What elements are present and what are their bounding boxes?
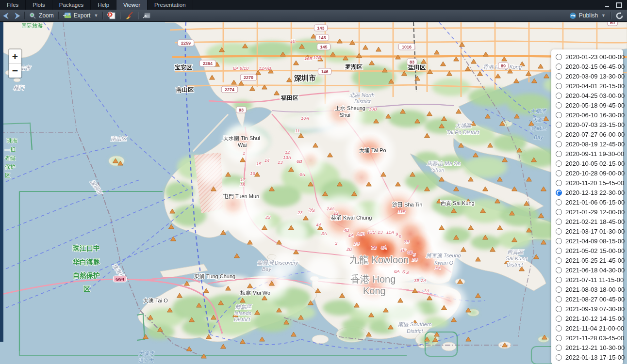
timeline-option[interactable]: 2021-06-18 04-30-00 [556,265,623,275]
radio-icon[interactable] [556,73,562,79]
radio-icon[interactable] [556,248,562,254]
timeline-option[interactable]: 2020-09-11 19-30-00 [556,149,623,158]
refresh-button[interactable] [612,10,627,21]
radio-icon[interactable] [556,296,562,302]
tab-files[interactable]: Files [0,0,26,10]
timeline-option[interactable]: 2021-12-21 10-30-00 [556,343,623,352]
radio-icon[interactable] [556,286,562,293]
forward-button[interactable]: ⮞ [12,10,23,21]
radio-icon[interactable] [556,170,562,176]
radio-icon[interactable] [556,316,562,322]
timeline-option[interactable]: 2021-02-21 18-45-00 [556,217,623,226]
maximize-icon[interactable] [616,2,622,8]
magnifier-icon [29,12,36,19]
radio-icon[interactable] [556,112,562,118]
route-number-label: 4B [344,227,349,233]
zoom-button[interactable]: Zoom [26,10,57,21]
timeline-option[interactable]: 2021-05-25 21-45-00 [556,255,623,265]
radio-icon[interactable] [556,122,562,128]
toolbar-separator [610,12,611,19]
timeline-option[interactable]: 2021-01-29 12-00-00 [556,207,623,217]
radio-icon[interactable] [556,257,562,264]
timeline-option[interactable]: 2020-10-05 02-15-00 [556,158,623,168]
timeline-option[interactable]: 2021-04-09 08-15-00 [556,236,623,246]
radio-icon[interactable] [556,54,562,60]
radio-icon[interactable] [556,141,562,147]
radio-icon[interactable] [556,209,562,215]
timeline-option[interactable]: 2021-10-12 14-15-00 [556,314,623,323]
map-label: 罗湖区 [345,63,363,70]
pane-tabbar: FilesPlotsPackagesHelpViewerPresentation [0,0,627,10]
map-zoom-out-button[interactable]: − [9,63,21,78]
radio-selected-icon[interactable] [556,190,562,196]
radio-icon[interactable] [556,238,562,244]
leaflet-map[interactable]: 国际旅游中山市横门宝安区南山区南山区深圳市福田区罗湖区盐田区香港 Hong Ko… [0,22,627,364]
timeline-option[interactable]: 2020-05-18 09-45-00 [556,100,623,110]
timeline-option[interactable]: 2020-01-23 00-00-00 [556,52,623,62]
open-in-new-window-button[interactable] [139,10,154,21]
timeline-option[interactable]: 2020-02-15 06-45-00 [556,62,623,71]
radio-icon[interactable] [556,131,562,138]
timeline-option[interactable]: 2021-05-02 15-00-00 [556,246,623,255]
radio-icon[interactable] [556,93,562,99]
radio-icon[interactable] [556,151,562,157]
timeline-option[interactable]: 2022-01-13 17-15-00 [556,352,623,362]
radio-icon[interactable] [556,219,562,225]
timeline-option[interactable]: 2020-04-01 20-15-00 [556,81,623,91]
timeline-option-label: 2021-01-06 05-15-00 [565,199,625,206]
timeline-option[interactable]: 2021-11-04 21-00-00 [556,323,623,333]
timeline-radio-panel: 2020-01-23 00-00-002020-02-15 06-45-0020… [551,49,623,364]
timeline-option[interactable]: 2020-07-03 23-15-00 [556,120,623,129]
map-zoom-in-button[interactable]: + [9,49,21,63]
radio-icon[interactable] [556,335,562,341]
publish-button[interactable]: Publish ▼ [565,12,610,19]
timeline-option[interactable]: 2020-11-20 15-45-00 [556,178,623,188]
radio-icon[interactable] [556,83,562,89]
radio-icon[interactable] [556,180,562,186]
timeline-option[interactable]: 2020-10-28 09-00-00 [556,168,623,178]
tab-help[interactable]: Help [91,0,116,10]
timeline-option[interactable]: 2021-11-28 03-45-00 [556,333,623,343]
timeline-option[interactable]: 2021-08-27 00-45-00 [556,294,623,304]
road-shield-label: 2270 [244,75,253,80]
timeline-option[interactable]: 2020-04-25 03-00-00 [556,91,623,100]
tab-viewer[interactable]: Viewer [116,0,148,10]
timeline-option[interactable]: 2020-07-27 06-00-00 [556,129,623,139]
map-label: Kong [363,285,386,296]
radio-icon[interactable] [556,354,562,361]
clear-viewer-button[interactable] [121,10,137,21]
timeline-option[interactable]: 2020-03-09 13-30-00 [556,71,623,81]
timeline-option[interactable]: 2021-01-06 05-15-00 [556,197,623,207]
timeline-option[interactable]: 2020-06-10 16-30-00 [556,110,623,120]
road-shield-label: 145 [320,45,327,49]
radio-icon[interactable] [556,277,562,283]
radio-icon[interactable] [556,160,562,167]
radio-icon[interactable] [556,306,562,312]
radio-icon[interactable] [556,199,562,206]
timeline-option[interactable]: 2021-09-19 07-30-00 [556,304,623,314]
timeline-option[interactable]: 2021-03-17 01-30-00 [556,226,623,236]
route-number-label: 7B [404,239,410,244]
tab-presentation[interactable]: Presentation [148,0,193,10]
radio-icon[interactable] [556,228,562,235]
back-button[interactable]: ⮜ [0,10,12,21]
remove-viewer-item-button[interactable] [104,10,119,21]
minimize-icon[interactable] [605,2,611,8]
timeline-option[interactable]: 2020-12-13 22-30-00 [556,188,623,197]
road-shield-label: 60 [610,22,615,25]
radio-icon[interactable] [556,345,562,351]
map-label: 珠江口中 [72,244,100,252]
export-button[interactable]: Export ▼ [60,10,102,21]
tab-packages[interactable]: Packages [52,0,91,10]
green-park [262,186,301,207]
timeline-option[interactable]: 2021-07-11 11-15-00 [556,275,623,285]
tab-plots[interactable]: Plots [26,0,52,10]
timeline-option[interactable]: 2021-08-03 18-00-00 [556,285,623,294]
radio-icon[interactable] [556,102,562,109]
radio-icon[interactable] [556,325,562,332]
timeline-option[interactable]: 2020-08-19 12-45-00 [556,139,623,149]
radio-icon[interactable] [556,267,562,273]
map-canvas: 国际旅游中山市横门宝安区南山区南山区深圳市福田区罗湖区盐田区香港 Hong Ko… [0,22,627,364]
radio-icon[interactable] [556,63,562,70]
map-label: 横门 [14,85,25,91]
